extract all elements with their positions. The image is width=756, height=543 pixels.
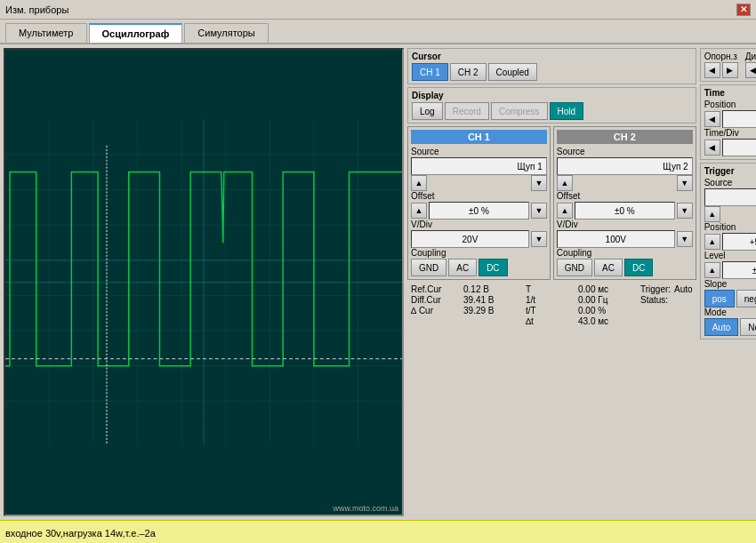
info-ref-cur: Ref.Cur 0.12 В [411,284,508,294]
ch1-offset-label: Offset [411,191,547,201]
ch1-vdiv-row: 20V ▼ [411,230,547,248]
ch2-offset-up-button[interactable]: ▲ [557,203,573,219]
timediv-left-button[interactable]: ◀ [704,140,720,156]
ch2-vdiv-display: 100V [557,230,675,248]
info-delta-cur: ∆ Cur 39.29 В [411,306,508,315]
diff-arrows: ◀ ▶ [745,62,756,78]
ch1-ac-button[interactable]: AC [448,259,477,276]
trigger-norm-button[interactable]: Norm [740,318,756,336]
ch2-panel: CH 2 Source Щуп 2 ▲ ▼ Offset ▲ ±0 % ▼ [553,126,696,280]
trigger-source-display: Щуп 1 [704,188,756,206]
cursor-label: Cursor [412,52,692,61]
trigger-mode-label: Mode [704,307,756,317]
status-label: Status: [640,295,668,305]
trigger-neg-button[interactable]: neg [736,290,756,307]
ch2-source-down-button[interactable]: ▼ [677,175,693,191]
cursor-ch2-button[interactable]: CH 2 [450,63,487,81]
close-button[interactable]: ✕ [736,4,751,16]
ch1-source-up-button[interactable]: ▲ [411,175,427,191]
info-col-right: Trigger: Auto Status: [640,284,693,326]
tab-bar: Мультиметр Осциллограф Симуляторы [0,20,756,44]
ref-cur-value: 0.12 В [463,284,508,294]
oporn-left-button[interactable]: ◀ [704,62,720,78]
cursor-ch1-button[interactable]: CH 1 [412,63,448,81]
oporn-right-button[interactable]: ▶ [722,62,738,78]
info-col-mid: T 0.00 мс 1/t 0.00 Гц t/T 0.00 % ∆t 43.0… [526,284,623,326]
diff-left-button[interactable]: ◀ [745,62,756,78]
delta-t-value: 43.0 мс [578,316,623,326]
diff-label: Дифф.з [745,52,756,61]
tab-multimeter[interactable]: Мультиметр [5,23,87,43]
ch2-gnd-button[interactable]: GND [557,259,592,276]
trigger-position-display: +50 % [722,233,756,251]
ch1-offset-value: ±0 % [469,206,489,216]
trigger-source-up-button[interactable]: ▲ [704,206,720,222]
delta-cur-label: ∆ Cur [411,306,460,315]
display-buttons: Log Record Compress Hold [412,102,692,120]
ch1-source-display: Щуп 1 [411,157,547,175]
right-panel: Опорн.з ◀ ▶ Дифф.з ◀ ▶ Time Position ◀ [700,48,756,516]
ch2-vdiv-row: 100V ▼ [557,230,693,248]
trigger-source-arrows: ▲ ▼ [704,206,756,222]
ch2-offset-down-button[interactable]: ▼ [677,203,693,219]
pt-value: 0.00 % [578,306,623,315]
trigger-position-up-button[interactable]: ▲ [704,234,720,250]
info-f: 1/t 0.00 Гц [526,295,623,305]
pt-label: t/T [526,306,575,315]
ch1-gnd-button[interactable]: GND [411,259,446,276]
t-value: 0.00 мс [578,284,623,294]
ch1-vdiv-down-button[interactable]: ▼ [531,231,547,247]
ch2-vdiv-down-button[interactable]: ▼ [677,231,693,247]
ch2-dc-button[interactable]: DC [624,259,653,276]
display-hold-button[interactable]: Hold [550,102,584,120]
ch2-source-up-button[interactable]: ▲ [557,175,573,191]
ch2-ac-button[interactable]: AC [594,259,623,276]
display-section: Display Log Record Compress Hold [407,87,696,124]
info-diff-cur: Diff.Cur 39.41 В [411,295,508,305]
trigger-level-up-button[interactable]: ▲ [704,262,720,278]
time-section: Time Position ◀ 0,00 ▶ Time/Div ◀ 10 ms … [700,84,756,160]
oporn-diff-section: Опорн.з ◀ ▶ Дифф.з ◀ ▶ [700,48,756,82]
ch1-offset-down-button[interactable]: ▼ [531,203,547,219]
trigger-auto-button[interactable]: Auto [704,318,739,336]
tab-simulators[interactable]: Симуляторы [184,23,268,43]
ch2-vdiv-label: V/Div [557,220,693,229]
ch2-offset-display: ±0 % [575,202,675,220]
ch1-panel: CH 1 Source Щуп 1 ▲ ▼ Offset ▲ ±0 % ▼ [407,126,551,280]
cursor-coupled-button[interactable]: Coupled [488,63,537,81]
bottom-info: Ref.Cur 0.12 В Diff.Cur 39.41 В ∆ Cur 39… [407,283,696,328]
ch2-header: CH 2 [557,130,693,144]
info-col-left: Ref.Cur 0.12 В Diff.Cur 39.41 В ∆ Cur 39… [411,284,508,326]
f-value: 0.00 Гц [578,295,623,305]
timediv-display: 10 ms [722,139,756,156]
trigger-position-value: +50 % [750,237,756,247]
ch1-offset-up-button[interactable]: ▲ [411,203,427,219]
oporn-group: Опорн.з ◀ ▶ [704,52,738,78]
trigger-value: Auto [674,284,693,294]
trigger-level-row: ▲ ±0 % ▼ [704,261,756,279]
timediv-label: Time/Div [704,128,756,138]
ch1-header: CH 1 [411,130,547,144]
trigger-mode-buttons: Auto Norm Single [704,318,756,336]
main-area: www.moto.com.ua Cursor CH 1 CH 2 Coupled… [0,44,756,520]
ch1-dc-button[interactable]: DC [479,259,507,276]
trigger-position-label: Position [704,222,756,232]
time-position-left-button[interactable]: ◀ [704,111,720,127]
trigger-pos-button[interactable]: pos [704,290,735,307]
cursor-buttons: CH 1 CH 2 Coupled [412,63,692,81]
display-label: Display [412,91,692,100]
display-record-button[interactable]: Record [445,102,489,120]
tab-oscilloscope[interactable]: Осциллограф [89,23,183,43]
trigger-section: Trigger Source Щуп 1 ▲ ▼ Position ▲ +50 … [700,163,756,339]
display-compress-button[interactable]: Compress [491,102,548,120]
display-log-button[interactable]: Log [412,102,443,120]
time-position-label: Position [704,100,756,109]
ch1-source-label: Source [411,147,547,156]
ch1-source-down-button[interactable]: ▼ [531,175,547,191]
ch2-source-value: Щуп 2 [663,162,688,172]
ch1-source-value: Щуп 1 [517,162,542,172]
ch2-source-display: Щуп 2 [557,157,693,175]
ch2-offset-label: Offset [557,191,693,201]
ch2-offset-row: ▲ ±0 % ▼ [557,202,693,220]
trigger-slope-buttons: pos neg [704,290,756,307]
